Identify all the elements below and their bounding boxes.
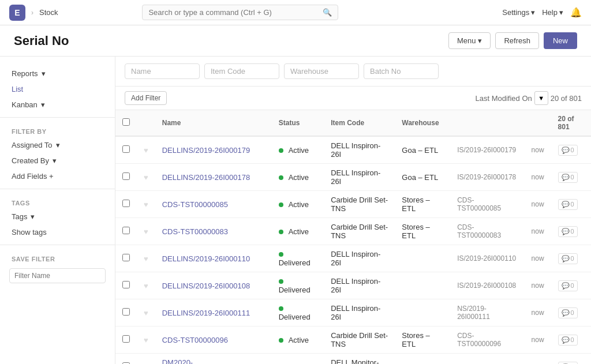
sidebar-item-tags[interactable]: Tags ▾ <box>0 209 115 224</box>
select-all-checkbox[interactable] <box>122 118 130 126</box>
comment-bubble-icon: 💬 <box>562 282 570 290</box>
table-body: ♥ DELLINS/2019-26I000179 Active DELL Ins… <box>115 136 591 364</box>
row-checkbox[interactable] <box>122 227 130 234</box>
settings-button[interactable]: Settings ▾ <box>502 8 535 17</box>
row-time: now <box>525 136 551 164</box>
row-item-code: DELL Inspiron-26I <box>324 245 395 272</box>
row-actions: 💬 0 <box>551 191 591 218</box>
sidebar-item-list[interactable]: List <box>0 81 115 97</box>
comment-icon[interactable]: 💬 0 <box>558 145 578 156</box>
comment-count: 0 <box>571 336 574 343</box>
row-name[interactable]: CDS-TST00000096 <box>155 327 272 354</box>
add-fields-label: Add Fields + <box>12 172 54 181</box>
name-filter-input[interactable] <box>125 63 200 79</box>
heart-icon[interactable]: ♥ <box>144 309 148 317</box>
row-warehouse <box>395 245 450 272</box>
table-row: ♥ DELLINS/2019-26I000110 Delivered DELL … <box>115 245 591 272</box>
row-fav-cell: ♥ <box>137 191 155 218</box>
menu-label: Menu <box>457 36 476 45</box>
row-actions: 💬 0 <box>551 164 591 191</box>
comment-icon[interactable]: 💬 0 <box>558 172 578 183</box>
comment-icon[interactable]: 💬 0 <box>558 280 578 291</box>
help-button[interactable]: Help ▾ <box>542 8 563 17</box>
header-warehouse[interactable]: Warehouse <box>395 110 450 136</box>
page-actions: Menu ▾ Refresh New <box>448 32 577 49</box>
menu-button[interactable]: Menu ▾ <box>448 32 491 49</box>
created-by-chevron-icon: ▾ <box>53 156 57 165</box>
breadcrumb-stock[interactable]: Stock <box>39 8 58 17</box>
heart-icon[interactable]: ♥ <box>144 227 148 236</box>
sort-button[interactable]: ▼ <box>534 91 548 105</box>
comment-icon[interactable]: 💬 0 <box>558 307 578 318</box>
sidebar-item-assigned-to[interactable]: Assigned To ▾ <box>0 137 115 153</box>
row-status: Delivered <box>272 272 324 299</box>
row-checkbox[interactable] <box>122 172 130 180</box>
row-checkbox[interactable] <box>122 145 130 153</box>
item-code-filter-input[interactable] <box>204 63 279 79</box>
comment-icon[interactable]: 💬 0 <box>558 253 578 264</box>
comment-count: 0 <box>571 228 574 235</box>
notification-bell-icon[interactable]: 🔔 <box>570 7 582 18</box>
header-count: 20 of 801 <box>551 110 591 136</box>
add-filter-button[interactable]: Add Filter <box>125 91 167 105</box>
header-name[interactable]: Name <box>155 110 272 136</box>
search-bar[interactable]: 🔍 <box>142 5 338 20</box>
row-status: Active <box>272 191 324 218</box>
settings-label: Settings <box>502 8 529 17</box>
row-name[interactable]: DELLINS/2019-26I000179 <box>155 136 272 164</box>
filter-name-input[interactable] <box>9 268 106 283</box>
row-checkbox[interactable] <box>122 200 130 207</box>
list-label: List <box>12 85 23 93</box>
comment-icon[interactable]: 💬 0 <box>558 199 578 210</box>
heart-icon[interactable]: ♥ <box>144 282 148 290</box>
comment-icon[interactable]: 💬 0 <box>558 335 578 346</box>
heart-icon[interactable]: ♥ <box>144 336 148 344</box>
header-item-code[interactable]: Item Code <box>324 110 395 136</box>
sidebar-item-created-by[interactable]: Created By ▾ <box>0 153 115 168</box>
comment-bubble-icon: 💬 <box>562 201 570 208</box>
row-checkbox[interactable] <box>122 308 130 316</box>
row-name[interactable]: DELLINS/2019-26I000178 <box>155 164 272 191</box>
row-name[interactable]: DM2020-28796543DFDF2345675 <box>155 354 272 365</box>
filters-bar <box>115 57 591 87</box>
row-fav-cell: ♥ <box>137 272 155 299</box>
row-batch: CDS-TST00000083 <box>450 218 524 245</box>
row-name[interactable]: DELLINS/2019-26I000108 <box>155 272 272 299</box>
header-time <box>525 110 551 136</box>
row-warehouse <box>395 354 450 365</box>
row-name[interactable]: CDS-TST00000085 <box>155 191 272 218</box>
status-label: Active <box>289 173 309 182</box>
row-warehouse: Goa – ETL <box>395 136 450 164</box>
row-checkbox[interactable] <box>122 254 130 261</box>
new-button[interactable]: New <box>544 32 577 49</box>
heart-icon[interactable]: ♥ <box>144 146 148 155</box>
sidebar-item-add-fields[interactable]: Add Fields + <box>0 168 115 184</box>
row-checkbox[interactable] <box>122 335 130 343</box>
row-batch: CDS-TST00000085 <box>450 191 524 218</box>
batch-no-filter-input[interactable] <box>364 63 439 79</box>
data-table: Name Status Item Code Warehouse 20 of 80… <box>115 110 591 364</box>
row-item-code: DELL Inspiron-26I <box>324 136 395 164</box>
row-name[interactable]: CDS-TST00000083 <box>155 218 272 245</box>
row-name[interactable]: DELLINS/2019-26I000110 <box>155 245 272 272</box>
table-header: Name Status Item Code Warehouse 20 of 80… <box>115 110 591 136</box>
search-input[interactable] <box>148 8 319 17</box>
heart-icon[interactable]: ♥ <box>144 254 148 263</box>
row-name[interactable]: DELLINS/2019-26I000111 <box>155 299 272 327</box>
heart-icon[interactable]: ♥ <box>144 173 148 182</box>
warehouse-filter-input[interactable] <box>284 63 359 79</box>
comment-icon[interactable]: 💬 0 <box>558 362 578 365</box>
header-status[interactable]: Status <box>272 110 324 136</box>
sidebar-item-show-tags[interactable]: Show tags <box>0 224 115 240</box>
sidebar-item-kanban[interactable]: Kanban ▾ <box>0 97 115 112</box>
comment-icon[interactable]: 💬 0 <box>558 226 578 237</box>
row-status: Active <box>272 164 324 191</box>
row-status: Active <box>272 218 324 245</box>
status-label: Delivered <box>279 313 311 321</box>
heart-icon[interactable]: ♥ <box>144 200 148 209</box>
row-status: Delivered <box>272 245 324 272</box>
sidebar-item-reports[interactable]: Reports ▾ <box>0 66 115 81</box>
refresh-button[interactable]: Refresh <box>495 32 539 49</box>
comment-count: 0 <box>571 201 574 208</box>
row-checkbox[interactable] <box>122 281 130 288</box>
